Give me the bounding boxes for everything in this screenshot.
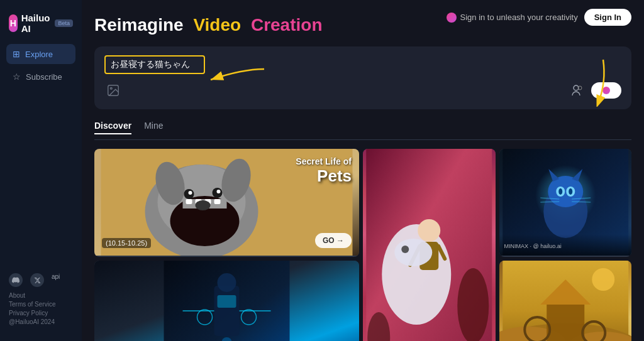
- heading-part1: Reimagine: [94, 15, 184, 35]
- svg-rect-51: [218, 295, 236, 308]
- svg-rect-47: [214, 286, 240, 336]
- tab-discover[interactable]: Discover: [94, 121, 131, 134]
- generate-button[interactable]: [591, 82, 621, 99]
- sidebar-footer: api About Terms of Service Privacy Polic…: [0, 267, 82, 333]
- video-grid: Secret Life of Pets (10.15-10.25) GO →: [94, 149, 631, 341]
- svg-point-30: [457, 268, 489, 341]
- pets-thumbnail: Secret Life of Pets (10.15-10.25) GO →: [94, 149, 359, 256]
- heading-part3: Creation: [251, 15, 323, 35]
- blue-cat-overlay: MINIMAX · @ hailuo.ai: [499, 234, 632, 256]
- subscribe-icon: ☆: [13, 72, 21, 82]
- sidebar-nav: ⊞ Explore ☆ Subscribe: [0, 44, 82, 267]
- image-upload-button[interactable]: [104, 82, 122, 99]
- sign-in-button[interactable]: Sign In: [584, 9, 631, 26]
- svg-rect-59: [547, 305, 584, 341]
- scifi-thumbnail: [94, 261, 359, 341]
- sidebar-item-subscribe[interactable]: ☆ Subscribe: [6, 67, 75, 87]
- input-area: お昼寝する猫ちゃん: [94, 46, 631, 109]
- avatar-button[interactable]: [566, 80, 586, 100]
- footer-link-privacy[interactable]: Privacy Policy: [9, 310, 73, 317]
- footer-link-terms[interactable]: Terms of Service: [9, 301, 73, 308]
- logo: H Hailuo AI Beta: [0, 8, 82, 44]
- logo-text: Hailuo AI: [21, 13, 50, 34]
- sidebar-label-explore: Explore: [25, 50, 53, 59]
- sidebar-item-explore[interactable]: ⊞ Explore: [6, 44, 75, 64]
- video-card-blue-cat[interactable]: MINIMAX · @ hailuo.ai: [499, 149, 632, 257]
- main-content: Sign in to unleash your creativity Sign …: [82, 0, 644, 341]
- top-bar: Sign in to unleash your creativity Sign …: [434, 0, 645, 35]
- sign-in-dot-icon: [447, 13, 457, 23]
- tabs: Discover Mine: [94, 121, 631, 140]
- blue-cat-thumbnail: MINIMAX · @ hailuo.ai: [499, 149, 632, 256]
- svg-point-28: [394, 239, 432, 266]
- pets-date: (10.15-10.25): [102, 238, 151, 248]
- footer-link-about[interactable]: About: [9, 292, 73, 299]
- api-button[interactable]: api: [52, 273, 60, 287]
- social-links: api: [9, 273, 73, 287]
- svg-point-40: [558, 188, 562, 195]
- footer-copyright: @HailuoAI 2024: [9, 318, 73, 325]
- svg-point-29: [401, 246, 409, 253]
- desert-thumbnail: [499, 261, 632, 341]
- sidebar-label-subscribe: Subscribe: [26, 72, 62, 82]
- pets-title: Pets: [102, 166, 352, 186]
- logo-beta: Beta: [55, 19, 73, 27]
- video-card-pets[interactable]: Secret Life of Pets (10.15-10.25) GO →: [94, 149, 359, 257]
- pets-subtitle: Secret Life of: [102, 156, 352, 166]
- sign-in-prompt-text: Sign in to unleash your creativity: [460, 13, 578, 22]
- svg-point-63: [592, 268, 614, 291]
- sidebar: H Hailuo AI Beta ⊞ Explore ☆ Subscribe: [0, 0, 82, 341]
- video-card-dragon[interactable]: MINIMAX · @ hailuo AI: [363, 149, 496, 341]
- sign-in-prompt: Sign in to unleash your creativity: [447, 13, 578, 23]
- text-input-wrapper: お昼寝する猫ちゃん: [104, 55, 621, 74]
- video-card-scifi[interactable]: [94, 261, 359, 341]
- twitter-icon[interactable]: [30, 273, 44, 287]
- tab-mine[interactable]: Mine: [144, 121, 163, 134]
- input-bottom-row: [104, 80, 621, 100]
- explore-icon: ⊞: [13, 49, 20, 59]
- text-input-display[interactable]: お昼寝する猫ちゃん: [104, 55, 205, 74]
- video-card-desert[interactable]: [499, 261, 632, 341]
- svg-point-48: [218, 273, 236, 292]
- blue-cat-label: MINIMAX · @ hailuo.ai: [504, 243, 562, 249]
- heading-part2: Video: [193, 15, 241, 35]
- pets-overlay: Secret Life of Pets (10.15-10.25) GO →: [94, 149, 359, 256]
- generate-dot-icon: [602, 87, 610, 94]
- discord-icon[interactable]: [9, 273, 23, 287]
- logo-icon: H: [9, 14, 18, 32]
- dragon-thumbnail: MINIMAX · @ hailuo AI: [363, 149, 496, 341]
- svg-point-41: [569, 188, 572, 195]
- svg-point-24: [418, 219, 440, 242]
- svg-point-1: [110, 87, 112, 89]
- pets-go-button[interactable]: GO →: [315, 233, 352, 248]
